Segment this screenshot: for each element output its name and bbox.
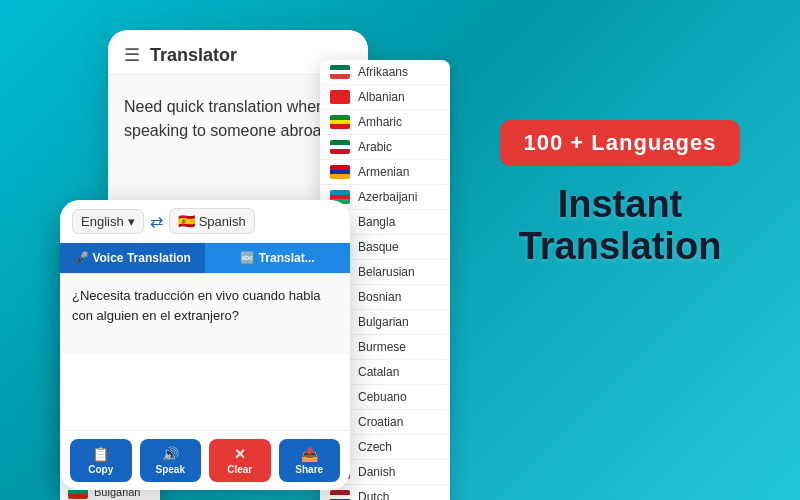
phone-back-body-text: Need quick translation when speaking to …	[124, 95, 352, 143]
spain-flag-icon: 🇪🇸	[178, 213, 195, 229]
right-panel: 100 + Languages Instant Translation	[480, 120, 760, 268]
copy-icon: 📋	[92, 446, 109, 462]
flag-dutch	[330, 490, 350, 500]
target-lang-select[interactable]: 🇪🇸 Spanish	[169, 208, 255, 234]
flag-amharic	[330, 115, 350, 129]
action-bar: 📋 Copy 🔊 Speak ✕ Clear 📤 Share	[60, 430, 350, 490]
dropdown-arrow-icon: ▾	[128, 214, 135, 229]
flag-arabic	[330, 140, 350, 154]
translator-bar: English ▾ ⇄ 🇪🇸 Spanish	[60, 200, 350, 243]
translate-icon: 🔤	[240, 251, 255, 265]
clear-button[interactable]: ✕ Clear	[209, 439, 271, 482]
tabs-row: 🎤 Voice Translation 🔤 Translat...	[60, 243, 350, 274]
tab-translate[interactable]: 🔤 Translat...	[205, 243, 350, 273]
lang-item-amharic[interactable]: Amharic	[320, 110, 450, 135]
source-lang-select[interactable]: English ▾	[72, 209, 144, 234]
share-button[interactable]: 📤 Share	[279, 439, 341, 482]
menu-icon[interactable]: ☰	[124, 44, 140, 66]
flag-albanian	[330, 90, 350, 104]
flag-afrikaans	[330, 65, 350, 79]
clear-icon: ✕	[234, 446, 246, 462]
share-icon: 📤	[301, 446, 318, 462]
translation-area: ¿Necesita traducción en vivo cuando habl…	[60, 274, 350, 354]
mic-icon: 🎤	[74, 251, 89, 265]
translated-text: ¿Necesita traducción en vivo cuando habl…	[72, 286, 338, 325]
swap-icon[interactable]: ⇄	[150, 212, 163, 231]
instant-title: Instant Translation	[480, 184, 760, 268]
speak-button[interactable]: 🔊 Speak	[140, 439, 202, 482]
lang-item-armenian[interactable]: Armenian	[320, 160, 450, 185]
tab-voice-translation[interactable]: 🎤 Voice Translation	[60, 243, 205, 273]
phone-front: English ▾ ⇄ 🇪🇸 Spanish 🎤 Voice Translati…	[60, 200, 350, 490]
languages-badge: 100 + Languages	[500, 120, 741, 166]
phone-back-title: Translator	[150, 45, 237, 66]
flag-armenian	[330, 165, 350, 179]
copy-button[interactable]: 📋 Copy	[70, 439, 132, 482]
speak-icon: 🔊	[162, 446, 179, 462]
lang-item-albanian[interactable]: Albanian	[320, 85, 450, 110]
lang-item-arabic[interactable]: Arabic	[320, 135, 450, 160]
lang-item-afrikaans[interactable]: Afrikaans	[320, 60, 450, 85]
